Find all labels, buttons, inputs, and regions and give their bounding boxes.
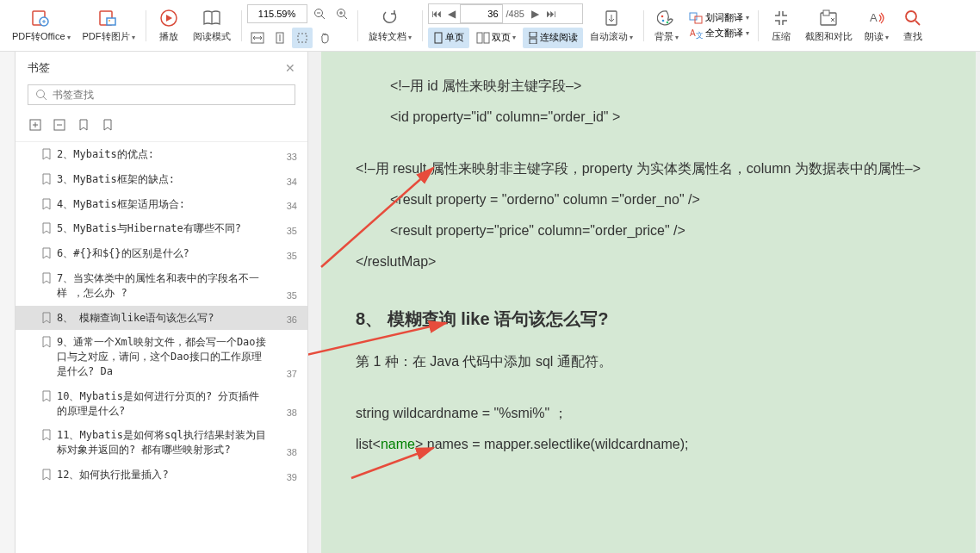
bookmark-item[interactable]: 7、当实体类中的属性名和表中的字段名不一样 ，怎么办 ?35 [16,266,307,306]
svg-rect-3 [107,18,115,25]
search-icon [35,89,47,101]
paragraph: 第 1 种：在 Java 代码中添加 sql 通配符。 [356,348,941,376]
bookmark-item[interactable]: 11、Mybatis是如何将sql执行结果封装为目标对象并返回的? 都有哪些映射… [16,423,307,463]
bookmark-text: 3、MyBatis框架的缺点: [57,172,268,187]
bookmark-icon [41,247,52,259]
document-viewport[interactable]: <!–用 id 属性来映射主键字段–> <id property="id" co… [308,52,980,553]
collapse-icon[interactable] [52,117,67,133]
svg-line-35 [915,21,920,25]
bookmark-page: 35 [273,290,297,301]
code-line: list<name> names = mapper.selectlike(wil… [356,431,941,458]
code-line: <result property = "orderno" column ="or… [356,186,941,214]
word-translate-button[interactable]: 划词翻译 [685,10,753,25]
svg-rect-22 [530,39,537,44]
bookmark-search[interactable] [28,84,295,105]
last-page-button[interactable]: ⏭ [543,4,559,23]
svg-text:A: A [870,11,878,24]
bookmark-item[interactable]: 9、通常一个Xml映射文件，都会写一个Dao接口与之对应，请问，这个Dao接口的… [16,330,307,383]
bookmark-item[interactable]: 10、Mybatis是如何进行分页的? 分页插件的原理是什么?38 [16,384,307,424]
svg-rect-19 [477,33,482,43]
continuous-icon [528,32,538,44]
pdf-to-office-button[interactable]: PDF转Office [7,6,76,45]
next-page-button[interactable]: ▶ [528,4,543,23]
svg-line-7 [321,16,325,19]
auto-scroll-button[interactable]: 自动滚动 [585,6,638,45]
bookmark-icon [41,390,52,402]
hand-tool-icon[interactable] [314,28,335,48]
code-comment: <!–用 result 属性来映射非主键字段，property 为实体类属性名，… [356,155,941,183]
bookmark-text: 6、#{}和${}的区别是什么? [57,246,268,261]
bookmark-item[interactable]: 4、MyBatis框架适用场合:34 [16,192,307,217]
bookmark-item[interactable]: 5、MyBatis与Hibernate有哪些不同?35 [16,216,307,241]
svg-point-25 [661,20,664,22]
svg-rect-18 [435,33,442,43]
page-input[interactable] [460,4,503,23]
bookmark-text: 10、Mybatis是如何进行分页的? 分页插件的原理是什么? [57,389,268,419]
bookmark-item[interactable]: 8、 模糊查询like语句该怎么写?36 [16,306,307,331]
bookmark-page: 33 [273,152,297,162]
code-line: string wildcardname = "%smi%" ； [356,400,941,427]
svg-point-34 [906,11,916,22]
zoom-out-icon[interactable] [309,3,330,24]
read-aloud-button[interactable]: A 朗读 [859,6,894,45]
page-total: /485 [503,9,528,19]
auto-scroll-icon [601,8,622,28]
background-button[interactable]: 背景 [649,6,684,45]
screenshot-compare-button[interactable]: 截图和对比 [800,6,858,45]
play-button[interactable]: 播放 [152,6,186,45]
page-nav: ⏮ ◀ /485 ▶ ⏭ [428,3,583,24]
svg-line-10 [344,16,347,19]
bookmark-item[interactable]: 12、如何执行批量插入?39 [16,463,307,488]
find-button[interactable]: 查找 [896,6,930,45]
fit-width-icon[interactable] [247,28,268,48]
bookmark-icon [41,272,52,284]
bookmark-item[interactable]: 2、Mybaits的优点:33 [16,142,307,167]
bookmark-text: 8、 模糊查询like语句该怎么写? [57,311,268,326]
svg-point-4 [109,20,110,22]
continuous-button[interactable]: 连续阅读 [523,28,583,48]
double-page-button[interactable]: 双页 ▾ [471,28,521,48]
fit-page-icon[interactable] [270,28,290,48]
bookmark-toolbar [16,114,307,141]
full-translate-icon: A文 [689,28,703,40]
bookmark-list: 2、Mybaits的优点:333、MyBatis框架的缺点:344、MyBati… [16,141,307,553]
compress-button[interactable]: 压缩 [764,6,798,45]
selection-tool-icon[interactable] [292,28,313,48]
bookmark-icon[interactable] [100,117,115,133]
bookmark-page: 38 [273,447,297,457]
bookmark-search-input[interactable] [53,89,288,101]
close-sidebar-button[interactable]: ✕ [285,61,295,75]
svg-rect-17 [298,34,307,42]
bookmark-text: 12、如何执行批量插入? [57,468,268,482]
bookmark-text: 9、通常一个Xml映射文件，都会写一个Dao接口与之对应，请问，这个Dao接口的… [57,335,268,378]
play-icon [158,8,179,28]
zoom-input[interactable] [247,4,307,23]
bookmark-item[interactable]: 3、MyBatis框架的缺点:34 [16,167,307,192]
bookmark-item[interactable]: 6、#{}和${}的区别是什么?35 [16,241,307,266]
zoom-in-icon[interactable] [332,3,352,24]
bookmark-icon [41,429,52,441]
pdf-to-image-button[interactable]: PDF转图片 [78,6,140,45]
first-page-button[interactable]: ⏮ [429,4,444,23]
svg-rect-20 [484,33,489,43]
bookmark-icon [41,336,52,348]
double-page-icon [476,32,490,44]
search-icon [902,8,923,28]
compress-icon [771,8,791,28]
bookmark-text: 5、MyBatis与Hibernate有哪些不同? [57,221,268,236]
rotate-button[interactable]: 旋转文档 [363,6,417,45]
book-icon [202,8,222,28]
expand-icon[interactable] [28,117,43,133]
bookmark-page: 38 [273,407,297,418]
svg-rect-32 [823,10,829,16]
code-line: <id property="id" column="order_id" > [356,103,941,131]
single-page-icon [433,32,443,44]
bookmark-text: 7、当实体类中的属性名和表中的字段名不一样 ，怎么办 ? [57,271,268,301]
read-mode-button[interactable]: 阅读模式 [188,6,236,45]
single-page-button[interactable]: 单页 [428,28,469,48]
prev-page-button[interactable]: ◀ [444,4,460,23]
bookmark-page: 34 [273,177,297,187]
full-translate-button[interactable]: A文 全文翻译 [685,26,753,40]
section-heading: 8、 模糊查询 like 语句该怎么写? [356,301,941,336]
bookmark-add-icon[interactable] [76,117,91,133]
